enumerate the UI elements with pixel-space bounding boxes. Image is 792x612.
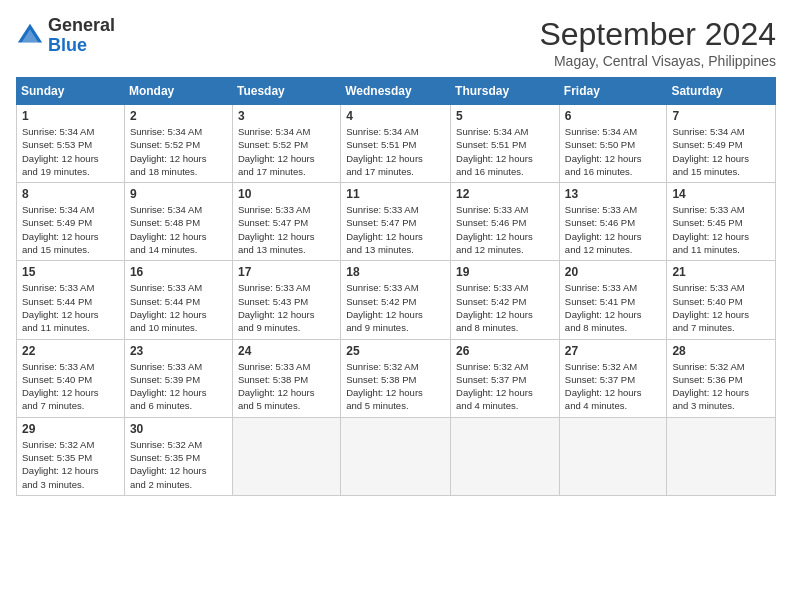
day-info: Sunrise: 5:33 AMSunset: 5:39 PMDaylight:… (130, 360, 227, 413)
month-title: September 2024 (539, 16, 776, 53)
day-number: 15 (22, 265, 119, 279)
day-number: 22 (22, 344, 119, 358)
day-info: Sunrise: 5:32 AMSunset: 5:38 PMDaylight:… (346, 360, 445, 413)
day-number: 2 (130, 109, 227, 123)
calendar-cell: 13Sunrise: 5:33 AMSunset: 5:46 PMDayligh… (559, 183, 667, 261)
day-info: Sunrise: 5:33 AMSunset: 5:42 PMDaylight:… (346, 281, 445, 334)
col-saturday: Saturday (667, 78, 776, 105)
day-info: Sunrise: 5:34 AMSunset: 5:49 PMDaylight:… (22, 203, 119, 256)
day-number: 25 (346, 344, 445, 358)
col-wednesday: Wednesday (341, 78, 451, 105)
location-text: Magay, Central Visayas, Philippines (539, 53, 776, 69)
calendar-cell: 24Sunrise: 5:33 AMSunset: 5:38 PMDayligh… (232, 339, 340, 417)
day-number: 14 (672, 187, 770, 201)
day-info: Sunrise: 5:33 AMSunset: 5:44 PMDaylight:… (22, 281, 119, 334)
day-info: Sunrise: 5:34 AMSunset: 5:51 PMDaylight:… (456, 125, 554, 178)
col-monday: Monday (124, 78, 232, 105)
day-info: Sunrise: 5:32 AMSunset: 5:37 PMDaylight:… (456, 360, 554, 413)
logo: General Blue (16, 16, 115, 56)
calendar-cell: 27Sunrise: 5:32 AMSunset: 5:37 PMDayligh… (559, 339, 667, 417)
calendar-cell: 29Sunrise: 5:32 AMSunset: 5:35 PMDayligh… (17, 417, 125, 495)
day-number: 5 (456, 109, 554, 123)
calendar-cell: 30Sunrise: 5:32 AMSunset: 5:35 PMDayligh… (124, 417, 232, 495)
calendar-cell: 25Sunrise: 5:32 AMSunset: 5:38 PMDayligh… (341, 339, 451, 417)
calendar-cell: 15Sunrise: 5:33 AMSunset: 5:44 PMDayligh… (17, 261, 125, 339)
day-number: 24 (238, 344, 335, 358)
calendar-cell (232, 417, 340, 495)
day-number: 19 (456, 265, 554, 279)
day-number: 30 (130, 422, 227, 436)
day-number: 6 (565, 109, 662, 123)
day-info: Sunrise: 5:34 AMSunset: 5:52 PMDaylight:… (238, 125, 335, 178)
calendar-cell: 3Sunrise: 5:34 AMSunset: 5:52 PMDaylight… (232, 105, 340, 183)
day-info: Sunrise: 5:33 AMSunset: 5:47 PMDaylight:… (346, 203, 445, 256)
day-number: 1 (22, 109, 119, 123)
calendar-cell: 28Sunrise: 5:32 AMSunset: 5:36 PMDayligh… (667, 339, 776, 417)
calendar-cell: 19Sunrise: 5:33 AMSunset: 5:42 PMDayligh… (451, 261, 560, 339)
calendar-cell: 4Sunrise: 5:34 AMSunset: 5:51 PMDaylight… (341, 105, 451, 183)
calendar-row-1: 8Sunrise: 5:34 AMSunset: 5:49 PMDaylight… (17, 183, 776, 261)
day-info: Sunrise: 5:33 AMSunset: 5:42 PMDaylight:… (456, 281, 554, 334)
day-number: 9 (130, 187, 227, 201)
col-tuesday: Tuesday (232, 78, 340, 105)
day-info: Sunrise: 5:33 AMSunset: 5:43 PMDaylight:… (238, 281, 335, 334)
calendar-row-2: 15Sunrise: 5:33 AMSunset: 5:44 PMDayligh… (17, 261, 776, 339)
day-number: 18 (346, 265, 445, 279)
day-info: Sunrise: 5:33 AMSunset: 5:38 PMDaylight:… (238, 360, 335, 413)
day-number: 28 (672, 344, 770, 358)
day-number: 29 (22, 422, 119, 436)
calendar-header-row: Sunday Monday Tuesday Wednesday Thursday… (17, 78, 776, 105)
day-info: Sunrise: 5:32 AMSunset: 5:36 PMDaylight:… (672, 360, 770, 413)
calendar-cell: 11Sunrise: 5:33 AMSunset: 5:47 PMDayligh… (341, 183, 451, 261)
calendar-row-4: 29Sunrise: 5:32 AMSunset: 5:35 PMDayligh… (17, 417, 776, 495)
calendar-cell: 2Sunrise: 5:34 AMSunset: 5:52 PMDaylight… (124, 105, 232, 183)
calendar-cell (667, 417, 776, 495)
day-info: Sunrise: 5:33 AMSunset: 5:46 PMDaylight:… (565, 203, 662, 256)
calendar-cell (341, 417, 451, 495)
day-number: 20 (565, 265, 662, 279)
calendar-cell: 12Sunrise: 5:33 AMSunset: 5:46 PMDayligh… (451, 183, 560, 261)
day-info: Sunrise: 5:33 AMSunset: 5:40 PMDaylight:… (672, 281, 770, 334)
col-friday: Friday (559, 78, 667, 105)
logo-icon (16, 22, 44, 50)
calendar-cell (451, 417, 560, 495)
day-info: Sunrise: 5:33 AMSunset: 5:41 PMDaylight:… (565, 281, 662, 334)
col-thursday: Thursday (451, 78, 560, 105)
day-number: 16 (130, 265, 227, 279)
calendar-row-3: 22Sunrise: 5:33 AMSunset: 5:40 PMDayligh… (17, 339, 776, 417)
day-number: 17 (238, 265, 335, 279)
logo-blue-text: Blue (48, 35, 87, 55)
day-number: 21 (672, 265, 770, 279)
day-info: Sunrise: 5:34 AMSunset: 5:50 PMDaylight:… (565, 125, 662, 178)
col-sunday: Sunday (17, 78, 125, 105)
calendar-cell: 5Sunrise: 5:34 AMSunset: 5:51 PMDaylight… (451, 105, 560, 183)
day-info: Sunrise: 5:33 AMSunset: 5:40 PMDaylight:… (22, 360, 119, 413)
day-number: 13 (565, 187, 662, 201)
calendar-cell: 7Sunrise: 5:34 AMSunset: 5:49 PMDaylight… (667, 105, 776, 183)
day-number: 4 (346, 109, 445, 123)
day-info: Sunrise: 5:33 AMSunset: 5:46 PMDaylight:… (456, 203, 554, 256)
calendar-row-0: 1Sunrise: 5:34 AMSunset: 5:53 PMDaylight… (17, 105, 776, 183)
day-info: Sunrise: 5:34 AMSunset: 5:48 PMDaylight:… (130, 203, 227, 256)
day-number: 27 (565, 344, 662, 358)
calendar-cell: 10Sunrise: 5:33 AMSunset: 5:47 PMDayligh… (232, 183, 340, 261)
title-area: September 2024 Magay, Central Visayas, P… (539, 16, 776, 69)
calendar-table: Sunday Monday Tuesday Wednesday Thursday… (16, 77, 776, 496)
day-number: 3 (238, 109, 335, 123)
calendar-cell (559, 417, 667, 495)
day-info: Sunrise: 5:33 AMSunset: 5:45 PMDaylight:… (672, 203, 770, 256)
calendar-cell: 22Sunrise: 5:33 AMSunset: 5:40 PMDayligh… (17, 339, 125, 417)
calendar-cell: 18Sunrise: 5:33 AMSunset: 5:42 PMDayligh… (341, 261, 451, 339)
day-info: Sunrise: 5:34 AMSunset: 5:49 PMDaylight:… (672, 125, 770, 178)
day-info: Sunrise: 5:32 AMSunset: 5:35 PMDaylight:… (22, 438, 119, 491)
day-info: Sunrise: 5:34 AMSunset: 5:51 PMDaylight:… (346, 125, 445, 178)
day-number: 8 (22, 187, 119, 201)
page-header: General Blue September 2024 Magay, Centr… (16, 16, 776, 69)
calendar-cell: 23Sunrise: 5:33 AMSunset: 5:39 PMDayligh… (124, 339, 232, 417)
day-number: 10 (238, 187, 335, 201)
calendar-cell: 26Sunrise: 5:32 AMSunset: 5:37 PMDayligh… (451, 339, 560, 417)
day-number: 7 (672, 109, 770, 123)
calendar-cell: 14Sunrise: 5:33 AMSunset: 5:45 PMDayligh… (667, 183, 776, 261)
logo-general-text: General (48, 15, 115, 35)
calendar-cell: 9Sunrise: 5:34 AMSunset: 5:48 PMDaylight… (124, 183, 232, 261)
